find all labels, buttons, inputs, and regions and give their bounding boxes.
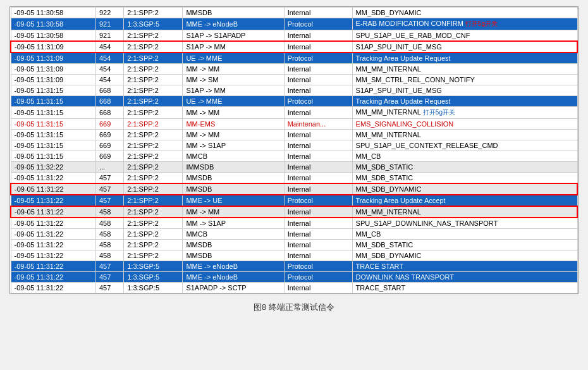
cell-source: 2:1:SPP:2 [124,41,183,52]
table-row[interactable]: -09-05 11:31:224572:1:SPP:2MMSDBInternal… [11,183,577,195]
cell-num: 669 [95,119,123,130]
table-row[interactable]: -09-05 11:31:224572:1:SPP:2MME -> UEProt… [11,195,577,206]
table-row[interactable]: -09-05 11:31:094542:1:SPP:2MM -> SMInter… [11,75,577,85]
cell-msg: S1AP -> MM [183,85,284,96]
cell-msg: UE -> MME [183,96,284,107]
cell-desc: MM_SDB_DYNAMIC [352,250,577,261]
cell-desc: TRACE_START [352,283,577,293]
cell-time: -09-05 11:31:22 [11,229,95,240]
cell-type: Internal [284,206,352,218]
cell-msg: MM -> MM [183,130,284,140]
cell-type: Internal [284,173,352,184]
cell-desc: S1AP_SPU_INIT_UE_MSG [352,41,577,52]
cell-msg: MM -> SM [183,75,284,85]
table-row[interactable]: -09-05 11:31:156692:1:SPP:2MM -> MMInter… [11,130,577,140]
cell-time: -09-05 11:31:09 [11,41,95,52]
table-row[interactable]: -09-05 11:31:156682:1:SPP:2MM -> MMInter… [11,107,577,119]
cell-num: 669 [95,151,123,162]
table-row[interactable]: -09-05 11:31:156692:1:SPP:2MMCBInternalM… [11,151,577,162]
cell-num: 668 [95,85,123,96]
cell-desc: MM_SDB_STATIC [352,173,577,184]
cell-type: Internal [284,151,352,162]
cell-time: -09-05 11:31:22 [11,261,95,272]
cell-num: 454 [95,52,123,64]
cell-num: 454 [95,64,123,75]
table-row[interactable]: -09-05 11:31:224582:1:SPP:2MM -> MMInter… [11,206,577,218]
cell-desc: MM_SDB_DYNAMIC [352,183,577,195]
cell-msg: UE -> MME [183,52,284,64]
cell-msg: MMSDB [183,173,284,184]
cell-msg: S1AP -> S1APADP [183,30,284,42]
cell-desc: MM_MM_INTERNAL [352,64,577,75]
table-row[interactable]: -09-05 11:30:589222:1:SPP:2MMSDBInternal… [11,8,577,18]
cell-msg: MMCB [183,151,284,162]
cell-type: Internal [284,8,352,18]
cell-desc: MM_CB [352,229,577,240]
cell-type: Maintenan... [284,119,352,130]
cell-desc: Tracking Area Update Request [352,96,577,107]
cell-time: -09-05 11:30:58 [11,30,95,42]
cell-desc: E-RAB MODIFICATION CONFIRM打开5g开关 [352,18,577,30]
table-row[interactable]: -09-05 11:32:22...2:1:SPP:2IMMSDBInterna… [11,162,577,173]
cell-type: Protocol [284,18,352,30]
cell-num: 458 [95,240,123,250]
cell-type: Internal [284,183,352,195]
cell-time: -09-05 11:31:22 [11,250,95,261]
cell-desc: MM_MM_INTERNAL打开5g开关 [352,107,577,119]
cell-source: 2:1:SPP:2 [124,151,183,162]
table-row[interactable]: -09-05 11:31:224582:1:SPP:2MMSDBInternal… [11,250,577,261]
cell-time: -09-05 11:31:22 [11,183,95,195]
cell-num: 668 [95,107,123,119]
table-row[interactable]: -09-05 11:31:156692:1:SPP:2MM -> S1APInt… [11,140,577,151]
cell-num: 458 [95,250,123,261]
cell-source: 2:1:SPP:2 [124,195,183,206]
cell-desc: MM_CB [352,151,577,162]
cell-msg: MME -> eNodeB [183,272,284,283]
table-row[interactable]: -09-05 11:31:094542:1:SPP:2UE -> MMEProt… [11,52,577,64]
cell-source: 2:1:SPP:2 [124,85,183,96]
table-row[interactable]: -09-05 11:31:156682:1:SPP:2UE -> MMEProt… [11,96,577,107]
cell-source: 2:1:SPP:2 [124,96,183,107]
table-row[interactable]: -09-05 11:31:224582:1:SPP:2MM -> S1APInt… [11,218,577,229]
cell-source: 2:1:SPP:2 [124,8,183,18]
cell-type: Protocol [284,272,352,283]
cell-source: 2:1:SPP:2 [124,206,183,218]
table-row[interactable]: -09-05 11:31:156692:1:SPP:2MM-EMSMainten… [11,119,577,130]
cell-num: 669 [95,140,123,151]
cell-time: -09-05 11:31:22 [11,218,95,229]
table-row[interactable]: -09-05 11:31:156682:1:SPP:2S1AP -> MMInt… [11,85,577,96]
cell-source: 2:1:SPP:2 [124,52,183,64]
cell-source: 2:1:SPP:2 [124,218,183,229]
cell-num: 457 [95,183,123,195]
table-row[interactable]: -09-05 11:31:224571:3:SGP:5MME -> eNodeB… [11,272,577,283]
cell-time: -09-05 11:31:15 [11,96,95,107]
cell-time: -09-05 11:31:09 [11,75,95,85]
table-row[interactable]: -09-05 11:31:224572:1:SPP:2MMSDBInternal… [11,173,577,184]
cell-msg: MMSDB [183,183,284,195]
cell-desc: EMS_SIGNALING_COLLISION [352,119,577,130]
cell-time: -09-05 11:31:09 [11,64,95,75]
cell-msg: MM -> S1AP [183,218,284,229]
cell-type: Protocol [284,195,352,206]
table-row[interactable]: -09-05 11:31:094542:1:SPP:2S1AP -> MMInt… [11,41,577,52]
cell-msg: MME -> eNodeB [183,18,284,30]
cell-num: 669 [95,130,123,140]
cell-type: Internal [284,130,352,140]
cell-msg: IMMSDB [183,162,284,173]
table-row[interactable]: -09-05 11:31:224582:1:SPP:2MMSDBInternal… [11,240,577,250]
cell-time: -09-05 11:31:15 [11,119,95,130]
table-row[interactable]: -09-05 11:30:589211:3:SGP:5MME -> eNodeB… [11,18,577,30]
table-row[interactable]: -09-05 11:31:224571:3:SGP:5MME -> eNodeB… [11,261,577,272]
cell-type: Internal [284,240,352,250]
cell-type: Internal [284,41,352,52]
annotation-text: 打开5g开关 [465,20,498,27]
cell-msg: MM -> MM [183,206,284,218]
table-row[interactable]: -09-05 11:31:224582:1:SPP:2MMCBInternalM… [11,229,577,240]
table-row[interactable]: -09-05 11:31:094542:1:SPP:2MM -> MMInter… [11,64,577,75]
cell-time: -09-05 11:31:09 [11,52,95,64]
cell-type: Protocol [284,96,352,107]
cell-source: 2:1:SPP:2 [124,75,183,85]
table-row[interactable]: -09-05 11:30:589212:1:SPP:2S1AP -> S1APA… [11,30,577,42]
cell-source: 2:1:SPP:2 [124,250,183,261]
table-row[interactable]: -09-05 11:31:224571:3:SGP:5S1APADP -> SC… [11,283,577,293]
